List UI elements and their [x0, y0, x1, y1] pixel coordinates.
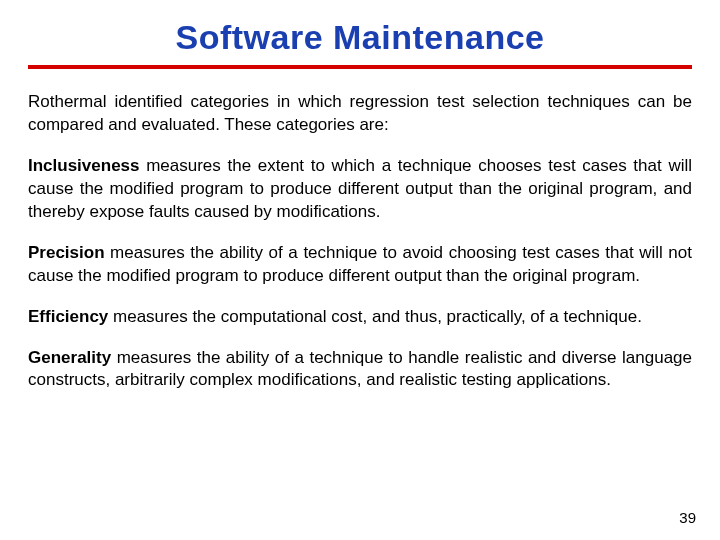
slide: Software Maintenance Rothermal identifie…: [0, 0, 720, 540]
title-underline: [28, 65, 692, 69]
category-generality: Generality measures the ability of a tec…: [28, 347, 692, 393]
category-precision: Precision measures the ability of a tech…: [28, 242, 692, 288]
term-efficiency: Efficiency: [28, 307, 108, 326]
desc-efficiency: measures the computational cost, and thu…: [108, 307, 642, 326]
term-inclusiveness: Inclusiveness: [28, 156, 140, 175]
term-precision: Precision: [28, 243, 105, 262]
slide-title: Software Maintenance: [28, 18, 692, 57]
category-efficiency: Efficiency measures the computational co…: [28, 306, 692, 329]
term-generality: Generality: [28, 348, 111, 367]
desc-precision: measures the ability of a technique to a…: [28, 243, 692, 285]
category-inclusiveness: Inclusiveness measures the extent to whi…: [28, 155, 692, 224]
desc-generality: measures the ability of a technique to h…: [28, 348, 692, 390]
page-number: 39: [679, 509, 696, 526]
intro-paragraph: Rothermal identified categories in which…: [28, 91, 692, 137]
